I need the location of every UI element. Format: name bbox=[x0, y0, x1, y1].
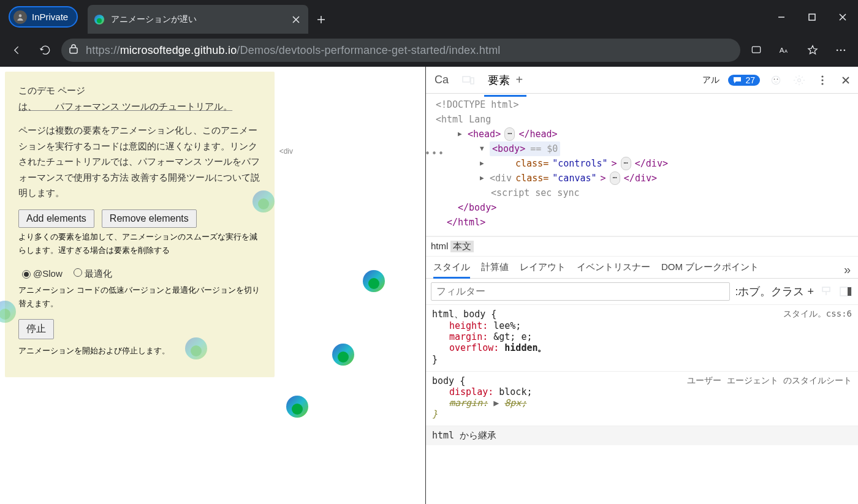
more-tabs-button[interactable]: » bbox=[844, 263, 851, 277]
description-text: ページは複数の要素をアニメーション化し、このアニメーションを実行するコードは意図… bbox=[18, 122, 261, 201]
styles-tabs: スタイル 計算値 レイアウト イベントリスナー DOM ブレークポイント » bbox=[426, 257, 858, 279]
favorites-button[interactable] bbox=[800, 38, 825, 62]
more-icon: ••• bbox=[425, 146, 445, 161]
stop-button[interactable]: 停止 bbox=[18, 319, 54, 339]
minimize-button[interactable] bbox=[766, 0, 797, 34]
svg-point-10 bbox=[844, 50, 846, 51]
new-tab-button[interactable] bbox=[311, 5, 332, 34]
svg-rect-34 bbox=[848, 287, 851, 296]
inspect-element-button[interactable]: Ca bbox=[431, 70, 452, 90]
edge-logo-icon bbox=[331, 342, 355, 367]
ellipsis-icon: ⋯ bbox=[621, 157, 631, 170]
dom-line[interactable]: <!DOCTYPE html> bbox=[436, 97, 853, 112]
devtools-right-label[interactable]: アル bbox=[702, 75, 719, 86]
dom-line-selected[interactable]: ▼ <body> == $0 bbox=[458, 141, 853, 156]
dom-breadcrumb[interactable]: html 本文 bbox=[426, 236, 858, 257]
add-help-text: より多くの要素を追加して、アニメーションのスムーズな実行を減らします。遅すぎる場… bbox=[18, 230, 261, 257]
radio-slow[interactable]: @Slow bbox=[22, 266, 63, 282]
smiley-icon bbox=[770, 74, 782, 86]
toggle-pane-button[interactable] bbox=[838, 284, 853, 299]
dom-line[interactable]: ▶ <div class="canvas"> ⋯ </div> bbox=[436, 171, 853, 186]
css-declaration[interactable]: margin: &gt; e; bbox=[432, 331, 852, 342]
tab-close-button[interactable] bbox=[290, 13, 302, 26]
kebab-icon bbox=[818, 74, 827, 86]
svg-rect-32 bbox=[822, 287, 830, 291]
window-controls bbox=[766, 0, 858, 34]
svg-point-31 bbox=[821, 83, 823, 85]
inprivate-badge[interactable]: InPrivate bbox=[9, 6, 78, 28]
breadcrumb-item[interactable]: html bbox=[431, 241, 448, 252]
svg-point-18 bbox=[368, 278, 379, 289]
radio-optimized[interactable]: 最適化 bbox=[74, 266, 112, 282]
inspector-overlay-tag: <div bbox=[279, 145, 293, 157]
tab-styles[interactable]: スタイル bbox=[433, 261, 470, 278]
svg-rect-5 bbox=[752, 47, 760, 53]
address-bar[interactable]: https://microsoftedge.github.io/Demos/de… bbox=[61, 39, 740, 62]
settings-menu-button[interactable] bbox=[829, 38, 853, 62]
read-aloud-button[interactable]: AA bbox=[772, 38, 797, 62]
tab-title: アニメーションが遅い bbox=[111, 14, 197, 25]
svg-text:A: A bbox=[784, 48, 788, 54]
svg-point-25 bbox=[772, 76, 780, 84]
more-icon bbox=[835, 44, 847, 56]
dom-line[interactable]: ▶ class="controls"> ⋯ </div> bbox=[436, 156, 853, 171]
device-toolbar-button[interactable] bbox=[461, 73, 476, 88]
elements-tab[interactable]: 要素 + bbox=[484, 69, 526, 91]
intro-text: このデモ ページ は、 パフォーマンス ツールのチュートリアル。 bbox=[18, 83, 261, 114]
hov-cls-button[interactable]: :ホブ。クラス + bbox=[735, 284, 814, 299]
url-text: https://microsoftedge.github.io/Demos/de… bbox=[86, 44, 501, 57]
refresh-button[interactable] bbox=[33, 38, 58, 62]
tab-computed[interactable]: 計算値 bbox=[481, 261, 509, 278]
app-install-button[interactable] bbox=[744, 38, 769, 62]
devtools-toolbar: Ca 要素 + アル 27 bbox=[426, 67, 858, 94]
add-elements-button[interactable]: Add elements bbox=[18, 209, 94, 228]
chat-icon bbox=[733, 77, 742, 84]
tab-event-listeners[interactable]: イベントリスナー bbox=[577, 261, 650, 278]
maximize-button[interactable] bbox=[797, 0, 827, 34]
lock-icon bbox=[69, 43, 78, 57]
person-icon bbox=[16, 13, 25, 21]
css-declaration[interactable]: overflow: hidden。 bbox=[432, 342, 852, 354]
more-button[interactable] bbox=[815, 73, 830, 88]
css-declaration[interactable]: display: block; bbox=[432, 386, 852, 397]
close-devtools-button[interactable] bbox=[838, 73, 853, 88]
browser-tab[interactable]: アニメーションが遅い bbox=[88, 5, 308, 34]
gear-icon bbox=[793, 74, 805, 86]
dom-line[interactable]: </body> bbox=[436, 200, 853, 215]
edge-icon bbox=[94, 14, 105, 25]
edge-logo-icon bbox=[362, 269, 386, 293]
dom-line[interactable]: <html Lang bbox=[436, 112, 853, 127]
styles-filter-input[interactable] bbox=[431, 282, 730, 301]
svg-point-28 bbox=[798, 78, 801, 81]
dom-line[interactable]: </html> bbox=[436, 215, 853, 230]
plus-icon: + bbox=[512, 73, 523, 86]
feedback-button[interactable] bbox=[769, 73, 783, 88]
css-rule[interactable]: スタイル。css:6 html、body { height: lee%; mar… bbox=[426, 305, 858, 372]
issues-badge[interactable]: 27 bbox=[728, 75, 760, 86]
svg-point-8 bbox=[837, 50, 838, 51]
tab-dom-breakpoints[interactable]: DOM ブレークポイント bbox=[661, 261, 759, 278]
dom-tree[interactable]: <!DOCTYPE html> <html Lang ▶ <head> ⋯ </… bbox=[426, 94, 858, 236]
new-style-rule-button[interactable] bbox=[819, 284, 833, 299]
styles-rules[interactable]: スタイル。css:6 html、body { height: lee%; mar… bbox=[426, 305, 858, 504]
breadcrumb-item[interactable]: 本文 bbox=[450, 241, 474, 252]
edge-logo-icon bbox=[285, 394, 309, 419]
dom-line[interactable]: <script sec sync bbox=[436, 186, 853, 200]
css-declaration-overridden[interactable]: margin: ▶ 8px; bbox=[432, 397, 852, 408]
radio-help-text: アニメーション コードの低速バージョンと最適化バージョンを切り替えます。 bbox=[18, 284, 261, 310]
css-rule[interactable]: ユーザー エージェント のスタイルシート body { display: blo… bbox=[426, 372, 858, 426]
svg-rect-3 bbox=[809, 14, 815, 20]
edge-logo-icon bbox=[0, 299, 17, 324]
rule-source-link[interactable]: スタイル。css:6 bbox=[783, 309, 852, 320]
dom-line[interactable]: ▶ <head> ⋯ </head> bbox=[436, 127, 853, 141]
remove-elements-button[interactable]: Remove elements bbox=[102, 209, 197, 228]
back-button[interactable] bbox=[5, 38, 29, 62]
css-declaration[interactable]: height: lee%; bbox=[432, 320, 852, 331]
svg-point-9 bbox=[840, 50, 842, 51]
tab-layout[interactable]: レイアウト bbox=[520, 261, 566, 278]
settings-button[interactable] bbox=[792, 73, 807, 88]
titlebar: InPrivate アニメーションが遅い bbox=[0, 0, 858, 34]
svg-point-26 bbox=[774, 78, 775, 80]
close-icon bbox=[838, 13, 847, 21]
close-window-button[interactable] bbox=[827, 0, 858, 34]
